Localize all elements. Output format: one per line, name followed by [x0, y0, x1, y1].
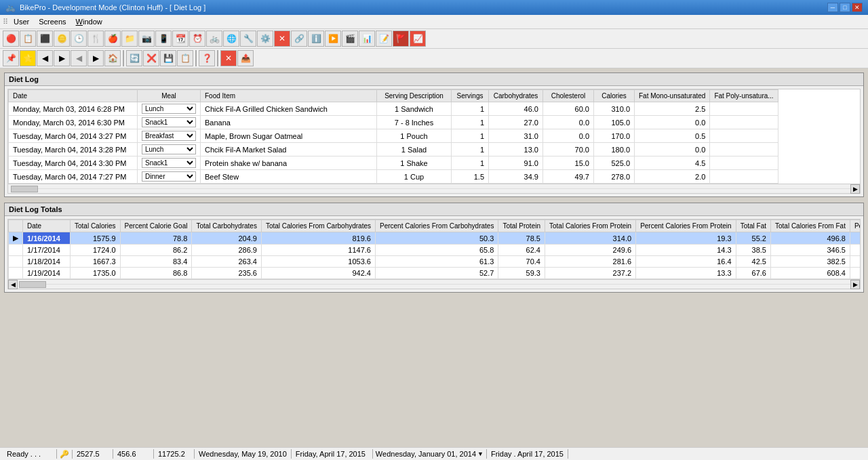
cell-servings: 1 [452, 116, 489, 129]
restore-button[interactable]: □ [840, 3, 850, 12]
table-row[interactable]: Monday, March 03, 2014 6:28 PM Lunch Chi… [9, 102, 778, 116]
cell-cal-from-carbs: 942.4 [261, 268, 375, 279]
menu-screens[interactable]: Screens [35, 16, 70, 27]
cell-cholesterol: 0.0 [543, 116, 594, 129]
toolbar2-btn-refresh[interactable]: 🔄 [126, 50, 142, 66]
toolbar2-btn-stop[interactable]: ❌ [143, 50, 159, 66]
meal-select[interactable]: Snack1 [142, 117, 196, 127]
cell-food-item: Chcik Fil-A Market Salad [201, 143, 377, 156]
toolbar2-btn-close[interactable]: ✕ [220, 50, 237, 66]
table-row[interactable]: Tuesday, March 04, 2014 3:27 PM Breakfas… [9, 129, 778, 143]
toolbar-btn-15[interactable]: 🔧 [240, 30, 256, 47]
toolbar-btn-1[interactable]: 🔴 [3, 30, 19, 47]
toolbar-btn-22[interactable]: 📊 [359, 30, 375, 47]
close-button[interactable]: ✕ [852, 3, 863, 12]
cell-cal-from-protein: 314.0 [545, 232, 635, 245]
cell-cal-from-carbs: 1053.6 [261, 256, 375, 268]
toolbar2-btn-copy[interactable]: 📋 [177, 50, 193, 66]
cell-total-fat: 42.5 [736, 256, 770, 268]
toolbar-btn-18[interactable]: 🔗 [291, 30, 307, 47]
table-row[interactable]: 1/17/2014 1724.0 86.2 286.9 1147.6 65.8 … [9, 245, 861, 256]
diet-log-grid[interactable]: Date Meal Food Item Serving Description … [7, 89, 861, 184]
status-ready: Ready . . . [3, 449, 57, 459]
toolbar-btn-12[interactable]: ⏰ [189, 30, 205, 47]
toolbar-btn-19[interactable]: ℹ️ [308, 30, 324, 47]
cell-pct-from-fat: 30.5 [850, 232, 861, 245]
cell-pct-from-fat: 19.9 [850, 245, 861, 256]
cell-servings: 1 [452, 156, 489, 170]
cell-pct-cal-goal: 78.8 [120, 232, 192, 245]
toolbar-btn-5[interactable]: 🕒 [71, 30, 87, 47]
table-row[interactable]: Tuesday, March 04, 2014 3:28 PM Lunch Ch… [9, 143, 778, 156]
col-carbohydrates: Carbohydrates [489, 90, 543, 102]
toolbar-btn-7[interactable]: 🍎 [104, 30, 121, 47]
toolbar2-btn-help[interactable]: ❓ [199, 50, 215, 66]
cell-carbs: 27.0 [489, 116, 543, 129]
table-row[interactable]: 1/18/2014 1667.3 83.4 263.4 1053.6 61.3 … [9, 256, 861, 268]
toolbar-btn-24[interactable]: 🚩 [393, 30, 409, 47]
toolbar-btn-17[interactable]: ✕ [274, 30, 290, 47]
meal-select[interactable]: Breakfast [142, 131, 196, 141]
horizontal-scrollbar[interactable]: ▶ [7, 184, 861, 194]
toolbar-btn-8[interactable]: 📁 [121, 30, 138, 47]
cell-date: Tuesday, March 04, 2014 3:27 PM [9, 129, 138, 143]
meal-select[interactable]: Snack1 [142, 158, 196, 168]
toolbar2-btn-home[interactable]: 🏠 [104, 50, 121, 66]
toolbar-btn-25[interactable]: 📈 [410, 30, 426, 47]
cell-fat-poly [710, 156, 778, 170]
tcol-pct-cal-from-fat: Percent Calories From Fat [850, 220, 861, 232]
toolbar2-btn-nav-fwd[interactable]: ▶ [54, 50, 70, 66]
toolbar2-btn-2[interactable]: ⭐ [20, 50, 36, 66]
toolbar-btn-3[interactable]: ⬛ [37, 30, 53, 47]
toolbar2-btn-nav-back[interactable]: ◀ [37, 50, 53, 66]
status-val2: 456.6 [113, 449, 154, 459]
toolbar-btn-16[interactable]: ⚙️ [257, 30, 273, 47]
table-row[interactable]: Tuesday, March 04, 2014 3:30 PM Snack1 P… [9, 156, 778, 170]
cell-serving-desc: 1 Cup [377, 170, 452, 184]
toolbar-btn-11[interactable]: 📆 [172, 30, 189, 47]
horizontal-scrollbar-2[interactable]: ◀ ▶ [7, 280, 861, 289]
toolbar-btn-9[interactable]: 📷 [138, 30, 155, 47]
meal-select[interactable]: Lunch [142, 144, 196, 154]
tcol-pct-calorie-goal: Percent Calorie Goal [120, 220, 192, 232]
toolbar-btn-2[interactable]: 📋 [20, 30, 36, 47]
cell-total-protein: 70.4 [498, 256, 545, 268]
title-bar: 🚲 BikePro - Development Mode (Clinton Hu… [0, 0, 868, 15]
toolbar2-btn-nav-fwd2[interactable]: ▶ [87, 50, 104, 66]
toolbar-btn-20[interactable]: ▶️ [325, 30, 341, 47]
toolbar-btn-10[interactable]: 📱 [155, 30, 172, 47]
toolbar-btn-23[interactable]: 📝 [376, 30, 392, 47]
toolbar2-btn-nav-back2[interactable]: ◀ [71, 50, 87, 66]
meal-select[interactable]: Lunch [142, 104, 196, 114]
menu-window[interactable]: Window [72, 16, 106, 27]
status-date3-dropdown[interactable]: Wednesday, January 01, 2014 ▼ [373, 449, 487, 459]
col-food-item: Food Item [201, 90, 377, 102]
window-title: BikePro - Development Mode (Clinton Huff… [20, 3, 205, 12]
cell-cal-from-fat: 346.5 [771, 245, 850, 256]
cell-pct-from-carbs: 52.7 [375, 268, 498, 279]
cell-serving-desc: 7 - 8 Inches [377, 116, 452, 129]
table-row[interactable]: Tuesday, March 04, 2014 7:27 PM Dinner B… [9, 170, 778, 184]
table-row[interactable]: Monday, March 03, 2014 6:30 PM Snack1 Ba… [9, 116, 778, 129]
toolbar2-btn-export[interactable]: 📤 [237, 50, 254, 66]
toolbar-btn-21[interactable]: 🎬 [342, 30, 358, 47]
meal-select[interactable]: Dinner [142, 171, 196, 182]
toolbar-btn-4[interactable]: 🪙 [54, 30, 70, 47]
diet-log-totals-grid[interactable]: Date Total Calories Percent Calorie Goal… [7, 219, 861, 280]
cell-calories: 525.0 [594, 156, 635, 170]
diet-log-totals-title: Diet Log Totals [5, 203, 863, 216]
minimize-button[interactable]: ─ [827, 3, 838, 12]
menu-user[interactable]: User [9, 16, 33, 27]
diet-log-panel: Diet Log Date Meal Food Item Serving Des… [4, 72, 864, 197]
cell-calories: 310.0 [594, 102, 635, 116]
table-row[interactable]: 1/19/2014 1735.0 86.8 235.6 942.4 52.7 5… [9, 268, 861, 279]
toolbar2-btn-1[interactable]: 📌 [3, 50, 19, 66]
toolbar-btn-14[interactable]: 🌐 [223, 30, 239, 47]
toolbar-btn-6[interactable]: 🍴 [87, 30, 104, 47]
cell-total-cal: 1735.0 [71, 268, 121, 279]
table-row[interactable]: ▶ 1/16/2014 1575.9 78.8 204.9 819.6 50.3… [9, 232, 861, 245]
toolbar2-btn-save[interactable]: 💾 [160, 50, 176, 66]
toolbar-btn-13[interactable]: 🚲 [206, 30, 222, 47]
status-val1: 2527.5 [73, 449, 113, 459]
cell-calories: 105.0 [594, 116, 635, 129]
